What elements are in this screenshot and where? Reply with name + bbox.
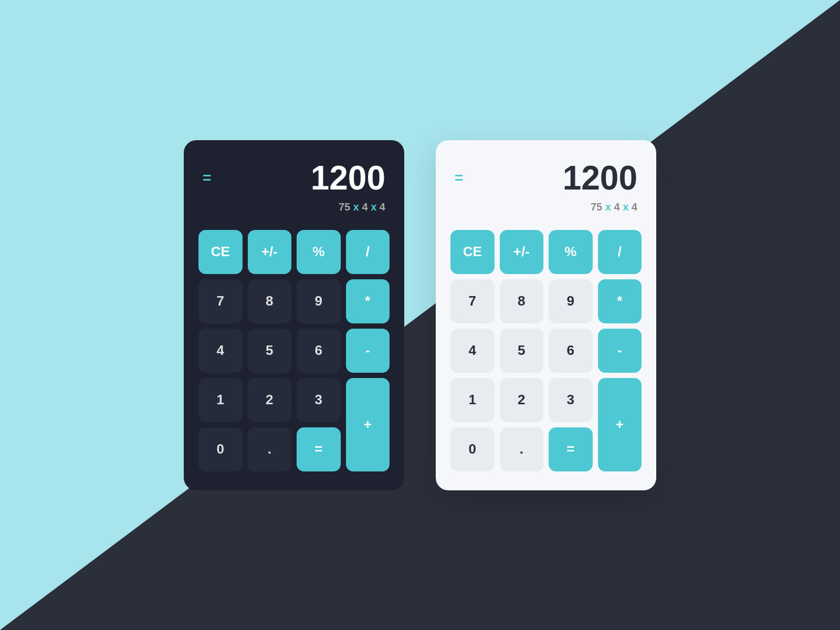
dark-btn-9[interactable]: 9 [297, 279, 341, 323]
light-btn-add[interactable]: + [598, 378, 642, 471]
light-btn-subtract[interactable]: - [598, 329, 642, 373]
dark-display-top: = 1200 [203, 161, 385, 195]
light-btn-1[interactable]: 1 [450, 378, 495, 422]
dark-btn-subtract[interactable]: - [346, 329, 390, 373]
dark-button-grid: CE +/- % / 7 8 9 * 4 5 6 - 1 2 3 + 0 . = [198, 230, 390, 471]
dark-btn-6[interactable]: 6 [297, 329, 341, 373]
light-btn-6[interactable]: 6 [549, 329, 593, 373]
dark-display: = 1200 75 x 4 x 4 [198, 157, 390, 222]
dark-btn-2[interactable]: 2 [248, 378, 292, 422]
dark-btn-4[interactable]: 4 [198, 329, 243, 373]
dark-calculator: = 1200 75 x 4 x 4 CE +/- % / 7 8 9 * 4 5… [184, 140, 404, 490]
dark-btn-add[interactable]: + [346, 378, 390, 471]
light-main-value: 1200 [563, 161, 637, 195]
light-btn-2[interactable]: 2 [500, 378, 544, 422]
dark-equals-icon: = [203, 171, 211, 185]
light-expression: 75 x 4 x 4 [455, 201, 637, 213]
light-calculator: = 1200 75 x 4 x 4 CE +/- % / 7 8 9 * 4 5… [436, 140, 656, 490]
light-btn-percent[interactable]: % [549, 230, 593, 274]
light-btn-multiply[interactable]: * [598, 279, 642, 323]
light-btn-7[interactable]: 7 [450, 279, 495, 323]
dark-btn-3[interactable]: 3 [297, 378, 341, 422]
light-btn-equals[interactable]: = [549, 427, 593, 471]
dark-btn-ce[interactable]: CE [198, 230, 243, 274]
dark-btn-7[interactable]: 7 [198, 279, 243, 323]
dark-btn-equals[interactable]: = [297, 427, 341, 471]
dark-expression: 75 x 4 x 4 [203, 201, 385, 213]
light-btn-0[interactable]: 0 [450, 427, 495, 471]
light-btn-plusminus[interactable]: +/- [500, 230, 544, 274]
dark-btn-plusminus[interactable]: +/- [248, 230, 292, 274]
light-btn-8[interactable]: 8 [500, 279, 544, 323]
dark-btn-8[interactable]: 8 [248, 279, 292, 323]
light-btn-9[interactable]: 9 [549, 279, 593, 323]
dark-btn-1[interactable]: 1 [198, 378, 243, 422]
light-btn-5[interactable]: 5 [500, 329, 544, 373]
dark-btn-5[interactable]: 5 [248, 329, 292, 373]
dark-btn-percent[interactable]: % [297, 230, 341, 274]
light-button-grid: CE +/- % / 7 8 9 * 4 5 6 - 1 2 3 + 0 . = [450, 230, 642, 471]
dark-btn-decimal[interactable]: . [248, 427, 292, 471]
light-btn-decimal[interactable]: . [500, 427, 544, 471]
scene: = 1200 75 x 4 x 4 CE +/- % / 7 8 9 * 4 5… [0, 0, 840, 630]
light-btn-ce[interactable]: CE [450, 230, 495, 274]
dark-btn-divide[interactable]: / [346, 230, 390, 274]
light-btn-3[interactable]: 3 [549, 378, 593, 422]
dark-main-value: 1200 [311, 161, 385, 195]
light-display: = 1200 75 x 4 x 4 [450, 157, 642, 222]
light-equals-icon: = [455, 171, 463, 185]
dark-btn-multiply[interactable]: * [346, 279, 390, 323]
dark-btn-0[interactable]: 0 [198, 427, 243, 471]
light-btn-divide[interactable]: / [598, 230, 642, 274]
light-display-top: = 1200 [455, 161, 637, 195]
light-btn-4[interactable]: 4 [450, 329, 495, 373]
